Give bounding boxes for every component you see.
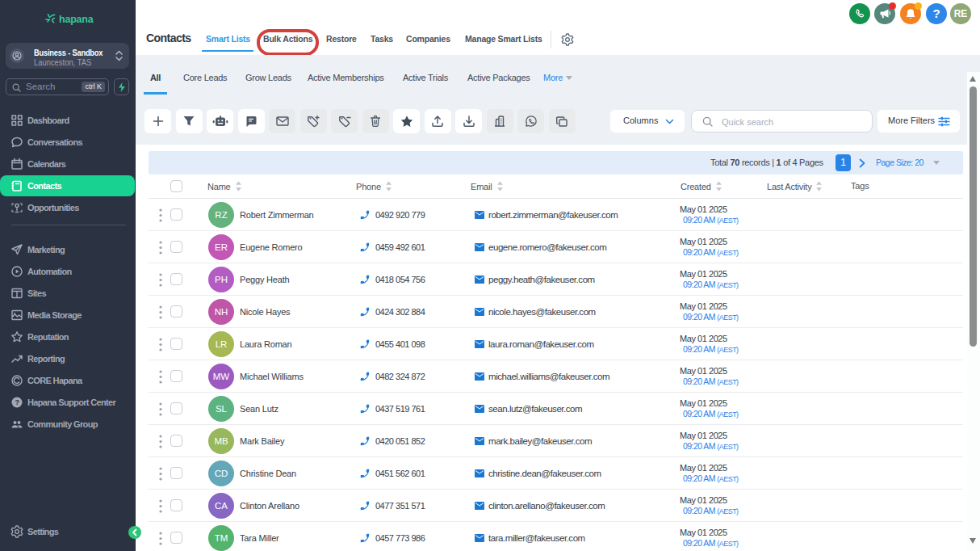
svg-text:?: ? (15, 398, 19, 406)
